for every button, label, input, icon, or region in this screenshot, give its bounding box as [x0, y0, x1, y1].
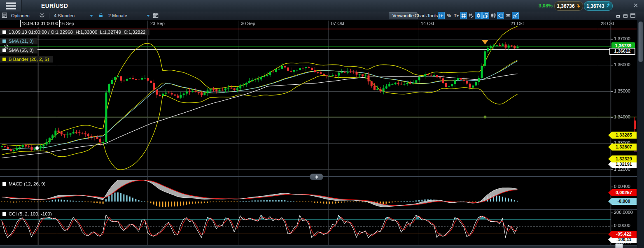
grid-icon[interactable]: [460, 12, 467, 19]
chart-tool-buttons: %TT: [438, 12, 519, 19]
sell-price-button[interactable]: 1,36736: [554, 1, 583, 11]
legend-sma21-text: SMA (21, 0): [9, 39, 34, 44]
macd-label-text: MACD (12, 26, 9): [9, 181, 45, 186]
scrollbar-thumb[interactable]: [638, 21, 643, 62]
legend-bbands[interactable]: B Bänder (20, 2, S): [0, 56, 53, 63]
splitter-up-icon: [315, 175, 318, 177]
arrow-up-icon: [606, 3, 610, 9]
bottom-strip: [0, 246, 637, 248]
buy-price-button[interactable]: 1,36743: [584, 1, 613, 11]
change-percent: 3,08%: [539, 3, 553, 9]
draw-grid-icon[interactable]: [467, 12, 474, 19]
window-large-icon[interactable]: [630, 12, 636, 19]
svg-text:T: T: [454, 13, 457, 18]
layout-windows-icon[interactable]: [482, 12, 489, 19]
percent-icon[interactable]: %: [445, 12, 452, 19]
gear-icon[interactable]: [39, 12, 46, 19]
legend-sma21[interactable]: SMA (21, 0): [0, 38, 37, 44]
menu-button[interactable]: [0, 0, 22, 12]
lock-icon[interactable]: [98, 12, 105, 19]
title-bar: EUR/USD 3,08% 1,36736 1,36743: [0, 0, 644, 12]
svg-text:T: T: [457, 14, 459, 18]
dock-left-icon[interactable]: [438, 12, 445, 19]
window-size-controls: [615, 12, 636, 19]
symbol-title: EUR/USD: [41, 2, 68, 9]
ohlc-readout-square-icon: [2, 30, 6, 34]
svg-text:%: %: [447, 13, 451, 18]
draw-settings-icon[interactable]: [512, 12, 519, 19]
gear-icon[interactable]: [3, 44, 10, 51]
chart-toolbar: Optionen 4 Stunden 2 Monate Verwandte Ch…: [0, 12, 644, 20]
cci-label-text: CCI (5, 2, 100, -100): [9, 211, 52, 216]
toolbar-separator: [49, 13, 49, 19]
related-button[interactable]: Verwandte: [389, 12, 418, 19]
legend-bbands-square-icon: [2, 58, 6, 61]
ohlc-readout[interactable]: 13.09.13 01:00:00 / O:1,32968 H:1,33000 …: [0, 29, 149, 35]
window-medium-icon[interactable]: [623, 12, 629, 19]
align-lines-icon[interactable]: [504, 12, 511, 19]
cci-square-icon: [2, 212, 6, 216]
splitter-down-icon: [315, 177, 318, 179]
compare-candles-icon[interactable]: [490, 12, 497, 19]
options-button[interactable]: Optionen: [11, 13, 30, 18]
chevron-down-icon[interactable]: [147, 15, 150, 17]
chevron-down-icon[interactable]: [90, 15, 93, 17]
chart-tools-label: Chart-Tools: [415, 13, 438, 18]
sell-price-value: 1,36736: [557, 3, 574, 9]
window-small-icon[interactable]: [615, 12, 621, 19]
candle-style-icon[interactable]: [475, 12, 482, 19]
cci-label[interactable]: CCI (5, 2, 100, -100): [2, 211, 52, 216]
ohlc-readout-text: 13.09.13 01:00:00 / O:1,32968 H:1,33000 …: [9, 30, 146, 35]
trading-chart-window: 13.09.13 01:00:00 MACD (12, 26, 9) CCI (…: [0, 0, 644, 248]
range-select[interactable]: 2 Monate: [108, 13, 127, 18]
buy-price-value: 1,36743: [586, 3, 604, 9]
close-icon[interactable]: [633, 2, 640, 9]
chart-canvas[interactable]: [0, 0, 644, 248]
list-icon[interactable]: [2, 12, 8, 19]
calendar-icon[interactable]: [153, 12, 159, 19]
macd-label[interactable]: MACD (12, 26, 9): [2, 181, 45, 186]
corner-panel-icon[interactable]: [615, 243, 623, 248]
legend-bbands-text: B Bänder (20, 2, S): [9, 57, 49, 62]
legend-sma55-text: SMA (55, 0): [9, 48, 34, 53]
text-tool-icon[interactable]: TT: [453, 12, 460, 19]
interval-select[interactable]: 4 Stunden: [54, 13, 75, 18]
arrow-down-icon: [576, 3, 581, 9]
legend-sma21-square-icon: [2, 39, 6, 43]
macd-square-icon: [2, 182, 6, 186]
vertical-scrollbar[interactable]: [637, 20, 644, 248]
tag-icon[interactable]: [497, 12, 504, 19]
panel-splitter-handle[interactable]: [310, 174, 323, 180]
